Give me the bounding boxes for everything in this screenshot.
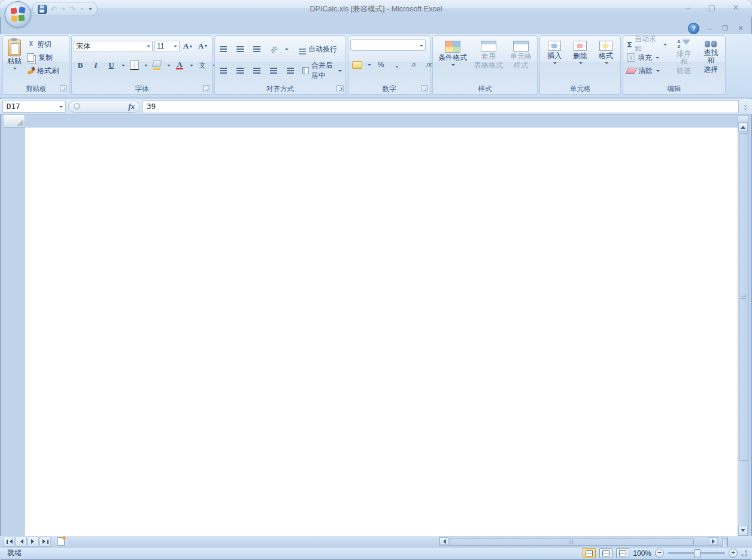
format-as-table-button[interactable]: 套用 表格格式 [472, 39, 505, 71]
title-bar: DPICalc.xls [兼容模式] - Microsoft Excel ‒ ▢… [0, 0, 752, 17]
align-middle-button[interactable] [234, 43, 247, 56]
copy-button[interactable]: 复制 [25, 51, 60, 64]
last-sheet-button[interactable] [40, 537, 51, 547]
cut-button[interactable]: 剪切 [25, 38, 60, 51]
close-button[interactable]: ✕ [728, 3, 744, 13]
next-sheet-button[interactable] [28, 537, 39, 547]
find-select-button[interactable]: 查找和 选择 [699, 38, 723, 77]
view-page-break-button[interactable] [616, 548, 629, 558]
horizontal-scroll-thumb[interactable] [450, 538, 694, 546]
workbook-close-button[interactable]: ✕ [735, 25, 746, 32]
number-dialog-launcher[interactable] [421, 85, 428, 92]
font-color-button[interactable]: A [173, 59, 186, 72]
format-painter-button[interactable]: 格式刷 [25, 64, 60, 77]
zoom-slider[interactable] [668, 552, 725, 554]
insert-cells-button[interactable]: 插入 [545, 39, 564, 66]
align-left-button[interactable] [217, 64, 230, 77]
help-icon[interactable]: ? [688, 23, 699, 34]
name-box-dropdown-arrow[interactable] [59, 106, 63, 110]
zoom-out-button[interactable]: − [655, 549, 664, 558]
fill-color-button[interactable] [150, 59, 163, 72]
view-normal-button[interactable] [583, 548, 596, 558]
clear-dropdown-arrow [656, 70, 660, 74]
align-center-button[interactable] [234, 64, 247, 77]
phonetic-guide-button[interactable]: 文 [196, 59, 209, 72]
insert-function-icon[interactable]: fx [128, 102, 135, 111]
italic-button[interactable]: I [89, 59, 102, 72]
font-size-select[interactable]: 11 [154, 41, 180, 52]
borders-dropdown-arrow[interactable] [144, 65, 148, 68]
align-bottom-button[interactable] [250, 43, 263, 56]
sheet-grid[interactable] [25, 128, 738, 536]
select-all-corner[interactable] [4, 115, 25, 128]
increase-indent-button[interactable] [284, 64, 297, 77]
delete-cells-button[interactable]: 删除 [571, 39, 590, 66]
alignment-dialog-launcher[interactable] [336, 85, 344, 92]
increase-decimal-button[interactable]: .0 [407, 58, 420, 71]
scroll-right-button[interactable] [709, 537, 718, 545]
grow-font-button[interactable]: A▲ [181, 40, 195, 53]
comma-style-button[interactable]: , [390, 58, 404, 71]
zoom-level-label[interactable]: 100% [633, 549, 651, 558]
insert-worksheet-tab[interactable] [53, 537, 69, 547]
underline-button[interactable]: U [105, 59, 118, 72]
save-icon[interactable] [38, 5, 47, 14]
scroll-left-button[interactable] [439, 537, 448, 545]
shrink-font-button[interactable]: A▼ [196, 40, 210, 53]
undo-dropdown-arrow[interactable] [62, 8, 65, 12]
redo-icon[interactable]: ↷ [69, 5, 75, 13]
formula-bar: D17 fx 39 ⌄⌄ [0, 99, 752, 114]
paste-button[interactable]: 粘贴 [5, 38, 24, 77]
underline-dropdown-arrow[interactable] [122, 65, 125, 68]
clipboard-dialog-launcher[interactable] [60, 85, 67, 92]
vertical-scroll-thumb[interactable] [739, 133, 748, 461]
sort-filter-button[interactable]: AZ 排序和 筛选 [671, 38, 696, 77]
maximize-button[interactable]: ▢ [704, 3, 720, 13]
undo-icon[interactable]: ↶ [50, 5, 57, 13]
bold-button[interactable]: B [74, 59, 87, 72]
number-format-select[interactable] [350, 40, 426, 51]
decrease-indent-button[interactable] [267, 64, 280, 77]
orientation-button[interactable]: ab [267, 43, 280, 56]
office-button[interactable] [5, 1, 31, 28]
clear-button[interactable]: 清除 [625, 64, 669, 77]
conditional-formatting-button[interactable]: 条件格式 [436, 39, 469, 71]
decrease-indent-icon [270, 68, 277, 69]
font-name-select[interactable]: 宋体 [74, 41, 153, 52]
workbook-minimize-button[interactable]: ‒ [704, 25, 715, 32]
cell-styles-button[interactable]: 单元格 样式 [508, 39, 534, 71]
percent-style-button[interactable]: % [374, 58, 387, 71]
font-dialog-launcher[interactable] [203, 85, 210, 92]
previous-sheet-button[interactable] [16, 537, 27, 547]
qat-customize-arrow[interactable] [89, 8, 92, 12]
scroll-down-button[interactable] [738, 526, 748, 535]
autosum-button[interactable]: Σ自动求和 [625, 38, 669, 51]
fill-color-dropdown-arrow[interactable] [167, 65, 171, 68]
insert-function-area[interactable]: fx [68, 101, 140, 113]
format-cells-button[interactable]: 格式 [596, 39, 615, 66]
zoom-in-button[interactable]: + [729, 549, 738, 558]
align-top-button[interactable] [217, 43, 230, 56]
view-page-layout-button[interactable] [599, 548, 612, 558]
horizontal-scrollbar[interactable] [439, 537, 728, 546]
wrap-text-button[interactable]: 自动换行 [297, 43, 339, 56]
vertical-scrollbar[interactable] [738, 115, 748, 536]
font-color-dropdown-arrow[interactable] [190, 65, 193, 68]
tab-split-handle[interactable] [722, 538, 727, 547]
fill-button[interactable]: ↓填充 [625, 51, 669, 64]
borders-button[interactable] [128, 59, 141, 72]
scroll-up-button[interactable] [738, 122, 748, 132]
workbook-restore-button[interactable]: ❐ [720, 25, 730, 32]
formula-bar-expand-button[interactable]: ⌄⌄ [741, 101, 750, 113]
name-box[interactable]: D17 [2, 101, 66, 113]
redo-dropdown-arrow[interactable] [80, 8, 84, 12]
orientation-dropdown-arrow[interactable] [285, 49, 289, 52]
accounting-format-button[interactable] [350, 58, 363, 71]
first-sheet-button[interactable] [4, 537, 15, 547]
merge-center-button[interactable]: 合并后居中 [301, 64, 344, 77]
formula-input[interactable]: 39 [142, 100, 739, 113]
align-right-button[interactable] [250, 64, 263, 77]
minimize-button[interactable]: ‒ [680, 3, 696, 13]
zoom-slider-thumb[interactable] [694, 549, 701, 558]
accounting-dropdown-arrow[interactable] [368, 64, 371, 68]
